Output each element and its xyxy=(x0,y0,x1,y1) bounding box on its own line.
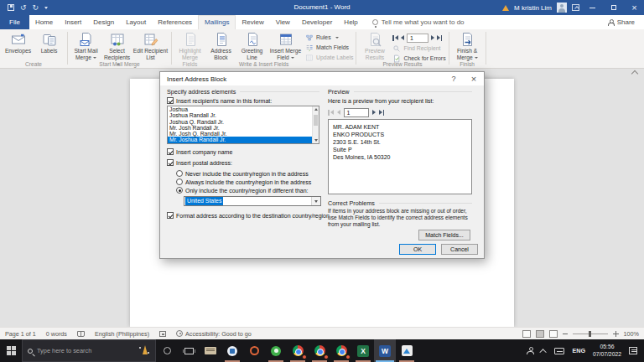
tell-me-box[interactable]: Tell me what you want to do xyxy=(372,15,465,29)
labels-button[interactable]: Labels xyxy=(34,30,65,54)
tab-layout[interactable]: Layout xyxy=(120,15,152,29)
scroll-down-icon[interactable] xyxy=(314,139,318,142)
print-layout-button[interactable] xyxy=(536,330,544,338)
first-record-button-disabled[interactable] xyxy=(328,110,334,116)
clock[interactable]: 05:56 07/07/2022 xyxy=(593,344,621,358)
taskbar-search-box[interactable]: Type here to search xyxy=(22,339,156,362)
previous-record-button-disabled[interactable] xyxy=(337,110,340,115)
edit-recipient-list-button[interactable]: Edit Recipient List xyxy=(132,30,169,61)
scrollbar-thumb[interactable] xyxy=(314,115,318,126)
tab-home[interactable]: Home xyxy=(29,15,59,29)
close-button[interactable] xyxy=(626,0,642,15)
zoom-in-icon[interactable] xyxy=(613,331,619,337)
scroll-up-icon[interactable] xyxy=(314,108,318,111)
list-item[interactable]: Joshua Randall Jr. xyxy=(168,112,319,118)
task-view-button[interactable] xyxy=(178,339,200,362)
avatar[interactable] xyxy=(557,3,567,13)
restore-button[interactable] xyxy=(605,0,621,15)
next-record-button[interactable] xyxy=(431,35,434,40)
macro-recording-icon[interactable] xyxy=(159,331,166,337)
insert-postal-address-checkbox[interactable]: Insert postal address: xyxy=(167,159,232,166)
page-indicator[interactable]: Page 1 of 1 xyxy=(5,330,36,338)
undo-icon[interactable] xyxy=(20,3,27,12)
zoom-out-icon[interactable] xyxy=(563,334,568,334)
tab-insert[interactable]: Insert xyxy=(59,15,87,29)
last-record-button[interactable] xyxy=(437,35,443,41)
start-mail-merge-button[interactable]: Start Mail Merge xyxy=(70,30,101,61)
tab-file[interactable]: File xyxy=(0,15,29,29)
tab-review[interactable]: Review xyxy=(236,15,269,29)
greeting-line-button[interactable]: Greeting Line xyxy=(236,30,267,61)
record-number-input[interactable]: 1 xyxy=(407,34,428,43)
word-count[interactable]: 0 words xyxy=(46,330,67,338)
combobox-caret-icon[interactable] xyxy=(311,197,320,205)
cortana-button[interactable] xyxy=(156,339,178,362)
proofing-icon[interactable] xyxy=(77,331,85,337)
app-icon-browser-ring[interactable] xyxy=(243,339,265,362)
minimize-button[interactable] xyxy=(584,0,600,15)
collapse-ribbon-icon[interactable] xyxy=(631,70,638,77)
tab-references[interactable]: References xyxy=(152,15,198,29)
app-icon-browser-3[interactable] xyxy=(330,339,352,362)
find-recipient-button[interactable]: Find Recipient xyxy=(392,44,445,53)
share-button[interactable]: Share xyxy=(599,15,644,29)
app-icon-shield[interactable] xyxy=(221,339,243,362)
dialog-close-button[interactable] xyxy=(464,72,484,85)
listbox-scrollbar[interactable] xyxy=(312,106,319,143)
app-icon-messenger-green[interactable] xyxy=(265,339,287,362)
tab-view[interactable]: View xyxy=(270,15,296,29)
list-item[interactable]: Mr. Josh Q. Randall Jr. xyxy=(168,131,319,137)
next-record-button[interactable] xyxy=(372,110,376,115)
list-item[interactable]: Joshua Q. Randall Jr. xyxy=(168,119,319,125)
people-icon[interactable] xyxy=(527,347,534,354)
zoom-slider[interactable] xyxy=(573,334,608,334)
previous-record-button[interactable] xyxy=(401,35,404,40)
tab-mailings[interactable]: Mailings xyxy=(198,15,236,29)
app-icon-keyboard[interactable] xyxy=(200,339,221,362)
cancel-button[interactable]: Cancel xyxy=(441,244,478,255)
match-fields-button[interactable]: Match Fields xyxy=(305,43,353,52)
customize-qat-caret-icon[interactable] xyxy=(44,7,48,9)
list-item-selected[interactable]: Mr. Joshua Randall Jr. xyxy=(168,137,319,142)
account-name[interactable]: M kristin Lim xyxy=(514,4,552,12)
app-icon-browser-2[interactable] xyxy=(309,339,330,362)
warning-icon[interactable] xyxy=(502,5,509,11)
ribbon-display-options-icon[interactable] xyxy=(572,4,579,11)
list-item[interactable]: Joshua xyxy=(168,106,319,112)
start-button[interactable] xyxy=(0,339,22,362)
language-indicator[interactable]: English (Philippines) xyxy=(95,330,149,338)
ok-button[interactable]: OK xyxy=(399,244,436,255)
touch-keyboard-icon[interactable] xyxy=(554,348,564,354)
app-icon-excel[interactable]: X xyxy=(352,339,374,362)
name-format-listbox[interactable]: Joshua Joshua Randall Jr. Joshua Q. Rand… xyxy=(167,106,319,144)
address-block-button[interactable]: Address Block xyxy=(205,30,236,61)
show-hidden-icons-chevron[interactable] xyxy=(540,349,547,355)
web-layout-button[interactable] xyxy=(549,330,558,338)
radio-never-include-country[interactable]: Never include the country/region in the … xyxy=(176,170,309,177)
save-icon[interactable] xyxy=(8,4,14,11)
read-mode-button[interactable] xyxy=(522,330,531,338)
last-record-button[interactable] xyxy=(379,110,385,116)
dialog-help-button[interactable] xyxy=(444,72,464,85)
app-icon-word-active[interactable]: W xyxy=(374,339,396,362)
tab-design[interactable]: Design xyxy=(87,15,120,29)
finish-merge-button[interactable]: Finish & Merge xyxy=(452,30,483,61)
envelopes-button[interactable]: Envelopes xyxy=(3,30,34,54)
tab-help[interactable]: Help xyxy=(338,15,363,29)
radio-only-include-country-if-different[interactable]: Only include the country/region if diffe… xyxy=(176,187,309,194)
insert-merge-field-button[interactable]: Insert Merge Field xyxy=(267,30,304,61)
dialog-title-bar[interactable]: Insert Address Block xyxy=(160,72,484,85)
country-combobox[interactable]: United States xyxy=(184,196,321,206)
input-language[interactable]: ENG xyxy=(572,347,585,354)
zoom-level[interactable]: 100% xyxy=(624,330,639,338)
radio-always-include-country[interactable]: Always include the country/region in the… xyxy=(176,178,311,185)
zoom-slider-thumb[interactable] xyxy=(589,331,591,337)
match-fields-dialog-button[interactable]: Match Fields... xyxy=(418,230,470,240)
rules-button[interactable]: Rules xyxy=(305,33,353,42)
preview-record-input[interactable]: 1 xyxy=(344,108,369,117)
app-icon-media[interactable] xyxy=(396,339,418,362)
list-item[interactable]: Mr. Josh Randall Jr. xyxy=(168,125,319,131)
preview-results-button[interactable]: Preview Results xyxy=(359,30,390,61)
redo-icon[interactable] xyxy=(33,3,39,12)
accessibility-status[interactable]: Accessibility: Good to go xyxy=(176,330,252,338)
